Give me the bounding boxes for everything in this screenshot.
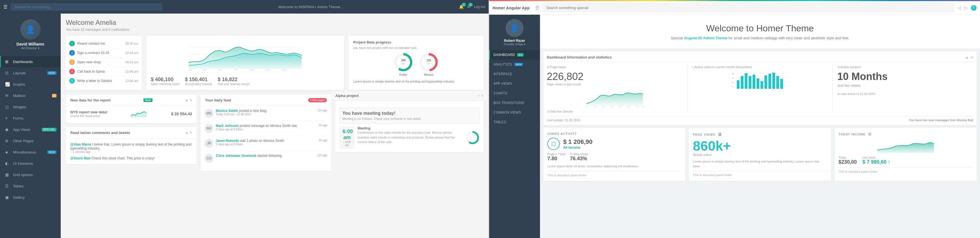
expand-icon[interactable]: ⤢ xyxy=(477,94,480,97)
sidebar-item-forms[interactable]: ≡ Forms xyxy=(0,112,61,124)
homer-nav-tables[interactable]: TABLES xyxy=(489,117,540,127)
homer-close-icon[interactable]: ✕ xyxy=(970,55,973,59)
alpha-actions[interactable]: ⤢ ✕ xyxy=(477,94,484,97)
homer-charts-label: CHARTS xyxy=(493,91,507,95)
daily-feed-col: Your daily feed 9 Messages MS Monica Smi… xyxy=(200,95,331,175)
alpha-ibox: Alpha project ⤢ ✕ You have meeting today… xyxy=(335,91,484,152)
homer-nav-icon-next[interactable]: ▷ xyxy=(964,5,967,10)
sidebar-label-mailbox: Mailbox xyxy=(13,94,51,98)
sidebar-item-grid-options[interactable]: ▦ Grid options xyxy=(0,169,61,180)
new-data-heading: New data for the report xyxy=(70,98,110,102)
task-time: 11:06 pm xyxy=(126,70,138,73)
sidebar-item-other-pages[interactable]: ⊗ Other Pages xyxy=(0,135,61,147)
sidebar-item-app-views[interactable]: ◉ App Views SPECIAL xyxy=(0,124,61,135)
homer-app-views-label: APP VIEWS xyxy=(493,82,512,86)
sidebar-label-ui: UI Elements xyxy=(13,161,56,166)
inspinia-panel: ☰ Welcome to INSPINIA+ Admin Theme... 🔔 … xyxy=(0,0,488,238)
feed-item: MJ Mark Johnson posted message on Monica… xyxy=(204,124,327,136)
homer-notification-badge[interactable]: 4 xyxy=(971,5,977,11)
sidebar-item-mailbox[interactable]: ✉ Mailbox 4 xyxy=(0,90,61,101)
task-time: 08:22 pm xyxy=(126,61,138,64)
svg-rect-47 xyxy=(772,73,775,89)
feed-avatar: MJ xyxy=(204,124,213,133)
alpha-title: Alpha project xyxy=(335,94,359,98)
mailbox-badge: 4 xyxy=(52,94,56,97)
stat-label: % New Visits xyxy=(570,152,588,156)
feed-ibox: Your daily feed 9 Messages MS Monica Smi… xyxy=(200,95,331,171)
area-chart-svg: 0.0 2.5 5.0 7.5 10.0 12.5 15.0 xyxy=(151,40,339,74)
ibox-actions[interactable]: ▲ ✕ xyxy=(185,98,192,102)
project-beta-widget: Project Beta progress you have two proje… xyxy=(348,36,484,90)
sidebar-item-dashboards[interactable]: ⊞ Dashboards xyxy=(0,56,61,67)
stat-new-visits: % New Visits 76.43% xyxy=(570,152,588,162)
homer-nav-icon-prev[interactable]: ◁ xyxy=(958,5,961,10)
logout-button[interactable]: Log out xyxy=(474,5,485,9)
homer-dashboard-section: Dashboard Information and statistics ▲ ✕… xyxy=(543,52,977,125)
sidebar-item-ui-elements[interactable]: ◐ UI Elements xyxy=(0,158,61,169)
sidebar-item-layouts[interactable]: ⊡ Layouts NEW xyxy=(0,67,61,78)
app-views-badge: SPECIAL xyxy=(42,128,56,131)
widgets-icon: ◫ xyxy=(5,105,11,109)
svg-text:5.0: 5.0 xyxy=(218,69,222,71)
feed-msg-badge: 9 Messages xyxy=(308,98,327,102)
homer-search-input[interactable] xyxy=(542,4,954,12)
homer-nav-analytics[interactable]: ANALYTICS NEW xyxy=(489,60,540,69)
notification-icon[interactable]: 🔔 2 xyxy=(459,5,464,9)
svg-text:4: 4 xyxy=(749,89,750,91)
task-time: 10:16 am xyxy=(126,51,138,54)
project-title: Project Beta progress xyxy=(353,40,479,45)
inspinia-search-input[interactable] xyxy=(11,3,162,11)
close-icon[interactable]: ✕ xyxy=(481,94,484,97)
svg-text:300: 300 xyxy=(401,59,406,62)
sidebar-item-miscellaneous[interactable]: ◈ Miscellaneous NEW xyxy=(0,147,61,158)
homer-nav-right: ◁ ▷ 4 xyxy=(958,5,977,11)
collapse-icon[interactable]: ▲ xyxy=(185,131,188,134)
menu-toggle-icon[interactable]: ☰ xyxy=(3,4,7,10)
homer-collapse-icon[interactable]: ▲ xyxy=(965,55,969,59)
income-footer: This is standard panel footer xyxy=(838,167,973,173)
homer-menu-icon[interactable]: ☰ xyxy=(535,5,539,10)
today-income-title: TODAY INCOME ⚙ xyxy=(838,132,973,137)
page-views-card-desc: Lorem ipsum is simply dummy text of the … xyxy=(693,159,827,168)
collapse-icon[interactable]: ▲ xyxy=(185,98,188,102)
homer-panel-header: Dashboard Information and statistics ▲ ✕ xyxy=(547,55,973,62)
homer-nav-box-transitions[interactable]: BOX TRANSITIONS xyxy=(489,98,540,108)
sidebar-label-misc: Miscellaneous xyxy=(13,150,46,154)
svg-text:6.0: 6.0 xyxy=(636,106,639,108)
new-data-title: New data for the report New ▲ ✕ xyxy=(66,95,197,106)
svg-text:7: 7 xyxy=(760,89,762,91)
homer-nav-common-views[interactable]: COMMON VIEWS xyxy=(489,108,540,117)
monitor-icon: 🖥 xyxy=(718,132,722,137)
sidebar-item-graphs[interactable]: 📈 Graphs xyxy=(0,78,61,90)
task-item: 2 Sign a contract 10.16 10:16 am xyxy=(69,48,138,58)
new-data-ibox: New data for the report New ▲ ✕ NYS repo… xyxy=(66,95,197,123)
homer-panel-actions[interactable]: ▲ ✕ xyxy=(965,55,973,59)
page-views-footer: This is standard panel footer xyxy=(693,171,827,177)
sidebar-item-tables[interactable]: ☰ Tables xyxy=(0,180,61,192)
svg-rect-43 xyxy=(757,78,759,89)
homer-nav-app-views[interactable]: APP VIEWS xyxy=(489,79,540,88)
homer-nav-charts[interactable]: CHARTS xyxy=(489,88,540,98)
meeting-progress-svg xyxy=(465,131,480,145)
sidebar-item-gallery[interactable]: ▣ Gallery xyxy=(0,192,61,203)
feed-person-name: Chris Johnatan Overtunk xyxy=(216,154,256,158)
task-text: Open new shop xyxy=(77,60,126,64)
meeting-time-sub: - 9:00 am xyxy=(342,141,351,147)
comments-actions[interactable]: ▲ ✕ xyxy=(185,131,192,134)
page-subtitle: You have 42 messages and 6 notifications… xyxy=(66,28,484,32)
sidebar-item-widgets[interactable]: ◫ Widgets xyxy=(0,101,61,112)
pv-title-text: PAGE VIEWS xyxy=(693,133,715,136)
homer-nav-interface[interactable]: INTERFACE xyxy=(489,69,540,79)
meeting-info: Meeting Conference on the sales results … xyxy=(358,126,463,149)
page-title: Welcome Amelia xyxy=(66,19,484,27)
close-icon[interactable]: ✕ xyxy=(189,131,192,134)
graphs-icon: 📈 xyxy=(5,82,11,86)
stat-sales: $ 406,100 Sales marketing report xyxy=(151,77,179,86)
messages-icon[interactable]: ✉ 3 xyxy=(467,5,471,9)
page-views-card-label: Social users xyxy=(693,153,827,157)
homer-nav-dashboard[interactable]: DASHBOARD 9.0 xyxy=(489,50,540,60)
comments-ibox: Read below comments and tweets ▲ ✕ @Alan… xyxy=(66,127,197,164)
homer-hero-end: for small and medium webapp with very cl… xyxy=(729,36,849,40)
page-views-card-title: PAGE VIEWS 🖥 xyxy=(693,132,827,137)
close-icon[interactable]: ✕ xyxy=(189,98,192,102)
